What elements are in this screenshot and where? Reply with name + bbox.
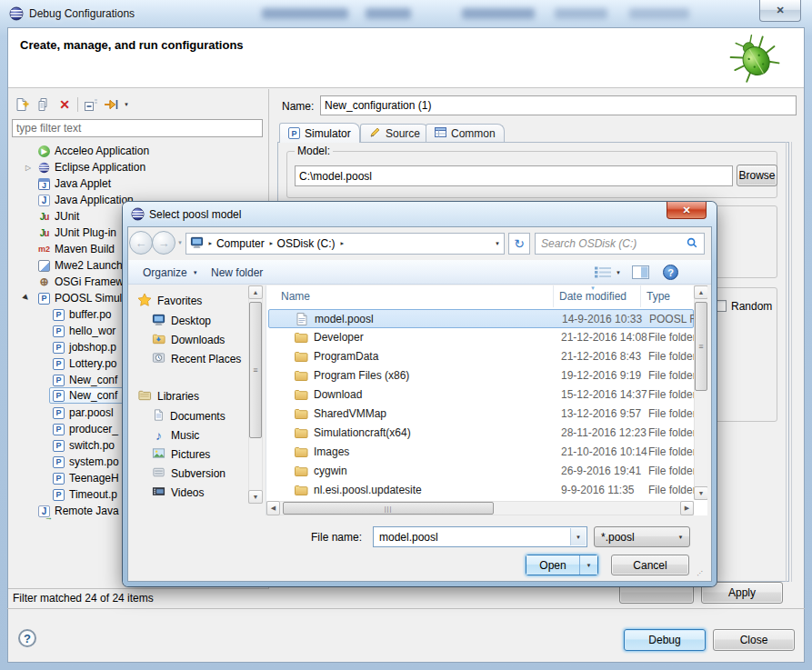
sidebar-item-documents[interactable]: Documents	[152, 408, 226, 425]
breadcrumb-segment[interactable]: Computer	[216, 237, 265, 250]
tree-item[interactable]: PTimeout.p	[53, 486, 117, 503]
breadcrumb-segment[interactable]: OSDisk (C:)	[277, 237, 336, 250]
duplicate-configuration-icon[interactable]	[35, 96, 52, 113]
tree-item[interactable]: Mwe2 Launch	[38, 257, 123, 274]
forward-button[interactable]: →	[152, 231, 175, 255]
name-input[interactable]	[320, 95, 797, 115]
tree-item[interactable]: PTeenageH	[53, 470, 119, 486]
tree-item[interactable]: Pjobshop.p	[53, 339, 116, 355]
sidebar-item-videos[interactable]: Videos	[152, 485, 204, 501]
organize-menu[interactable]: Organize ▼	[143, 266, 198, 279]
open-split-button[interactable]: Open ▼	[526, 555, 598, 575]
scrollbar-thumb[interactable]: ≡	[695, 302, 707, 391]
tree-item[interactable]: PNew_conf	[53, 372, 117, 388]
history-caret-icon[interactable]: ▼	[177, 240, 183, 245]
file-row[interactable]: nl.esi.poosl.updatesite 9-9-2016 11:35 F…	[268, 481, 694, 500]
sidebar-item-pictures[interactable]: Pictures	[152, 446, 210, 463]
tree-item[interactable]: PLottery.po	[53, 355, 116, 372]
browse-button[interactable]: Browse	[737, 165, 777, 186]
breadcrumb-dropdown-icon[interactable]: ▼	[495, 241, 500, 246]
search-box[interactable]	[535, 233, 705, 255]
file-type-filter-combo[interactable]: *.poosl ▼	[594, 526, 690, 547]
tree-item[interactable]: Ppar.poosl	[53, 405, 114, 421]
tab-simulator[interactable]: P Simulator	[279, 123, 360, 143]
tree-item[interactable]: Pproducer_	[53, 421, 118, 437]
sidebar-item-music[interactable]: ♪ Music	[152, 427, 199, 444]
file-row[interactable]: Program Files (x86) 19-12-2016 9:19 File…	[268, 366, 694, 385]
tree-item-selected[interactable]: PNew_conf	[49, 387, 131, 404]
file-row[interactable]: ProgramData 21-12-2016 8:43 File folder	[268, 347, 694, 366]
tree-item[interactable]: JJava Application	[38, 192, 134, 208]
tab-common[interactable]: Common	[426, 124, 505, 143]
tree-item[interactable]: Pswitch.po	[53, 437, 115, 454]
filter-input[interactable]	[12, 119, 263, 137]
file-row[interactable]: SharedVMMap 13-12-2016 9:57 File folder	[268, 405, 694, 424]
views-button[interactable]	[594, 265, 612, 282]
file-row[interactable]: Images 21-10-2016 10:14 File folder	[268, 443, 694, 462]
scroll-right-icon[interactable]: ▶	[680, 501, 694, 515]
new-folder-button[interactable]: New folder	[211, 266, 263, 279]
tree-item[interactable]: JuJUnit	[38, 208, 79, 225]
preview-pane-button[interactable]	[632, 265, 649, 282]
scroll-up-icon[interactable]: ▲	[248, 285, 263, 299]
tree-item[interactable]: ⊕OSGi Framew	[38, 274, 124, 290]
scrollbar-thumb[interactable]: |||	[283, 502, 494, 515]
model-path-input[interactable]	[295, 165, 733, 186]
close-button[interactable]: Close	[713, 629, 795, 651]
dialog-close-button[interactable]: ✕	[667, 202, 707, 219]
help-button[interactable]: ?	[663, 265, 678, 280]
file-row[interactable]: Download 15-12-2016 14:37 File folder	[268, 385, 694, 405]
views-caret-icon[interactable]: ▼	[616, 270, 621, 275]
open-dropdown-button[interactable]: ▼	[579, 555, 597, 575]
scroll-down-icon[interactable]: ▼	[694, 486, 707, 500]
tree-item[interactable]: JRemote Java	[38, 503, 119, 519]
scrollbar-thumb[interactable]: ≡	[249, 302, 262, 438]
window-close-button[interactable]: ✕	[759, 0, 801, 22]
expand-arrow-icon[interactable]: ▷	[24, 164, 33, 172]
tree-item[interactable]: JJava Applet	[38, 175, 111, 192]
back-button[interactable]: ←	[129, 231, 153, 255]
tree-item[interactable]: Phello_wor	[53, 323, 115, 339]
tree-item[interactable]: JuJUnit Plug-in	[38, 225, 116, 241]
cancel-button[interactable]: Cancel	[611, 555, 689, 575]
tree-item[interactable]: ▶Acceleo Application	[38, 143, 149, 159]
open-button[interactable]: Open	[526, 555, 579, 575]
sidebar-item-recent-places[interactable]: Recent Places	[152, 351, 241, 367]
file-name-input[interactable]	[379, 531, 568, 544]
combo-caret-icon[interactable]: ▼	[576, 535, 581, 540]
refresh-button[interactable]: ↻	[508, 233, 530, 255]
scroll-up-icon[interactable]: ▲	[694, 285, 707, 299]
java-applet-icon: J	[38, 178, 50, 190]
scroll-down-icon[interactable]: ▼	[248, 490, 263, 504]
file-name-combo[interactable]: ▼	[373, 526, 587, 547]
sidebar-item-desktop[interactable]: Desktop	[152, 313, 211, 329]
collapse-all-icon[interactable]	[83, 96, 99, 113]
filter-launch-configurations-icon[interactable]	[104, 96, 120, 113]
file-row[interactable]: Simulationcraft(x64) 28-11-2016 12:23 Fi…	[268, 424, 694, 443]
file-row-selected[interactable]: model.poosl 14-9-2016 10:33 POOSL File	[268, 309, 694, 328]
help-button[interactable]: ?	[18, 629, 36, 647]
sidebar-item-downloads[interactable]: Downloads	[152, 332, 225, 348]
sidebar-group-libraries[interactable]: Libraries	[137, 388, 199, 405]
column-header-name[interactable]: Name	[266, 285, 554, 307]
column-header-date-modified[interactable]: Date modified	[554, 285, 641, 307]
file-row[interactable]: Developer 21-12-2016 14:08 File folder	[268, 328, 694, 347]
sidebar-group-favorites[interactable]: Favorites	[137, 293, 202, 309]
combo-caret-icon[interactable]: ▼	[678, 535, 684, 540]
tree-item[interactable]: Pbuffer.po	[53, 306, 112, 323]
file-row[interactable]: cygwin 26-9-2016 19:41 File folder	[268, 462, 694, 481]
sidebar-item-subversion[interactable]: Subversion	[152, 465, 226, 482]
breadcrumb[interactable]: ▼ Computer ▼ OSDisk (C:) ▼ ▼	[185, 233, 505, 255]
tree-item[interactable]: Eclipse Application	[38, 159, 145, 175]
tree-item[interactable]: Psystem.po	[53, 454, 119, 470]
scroll-left-icon[interactable]: ◀	[266, 501, 280, 515]
tree-item[interactable]: PPOOSL Simul	[38, 290, 122, 306]
tab-source[interactable]: Source	[360, 124, 429, 143]
debug-button[interactable]: Debug	[624, 629, 706, 651]
search-input[interactable]	[541, 237, 686, 250]
new-configuration-icon[interactable]	[14, 96, 30, 113]
tree-item[interactable]: m2Maven Build	[38, 241, 115, 257]
poosl-icon: P	[53, 309, 65, 321]
delete-configuration-icon[interactable]: ✕	[56, 96, 73, 113]
dropdown-caret-icon[interactable]: ▼	[124, 102, 129, 107]
